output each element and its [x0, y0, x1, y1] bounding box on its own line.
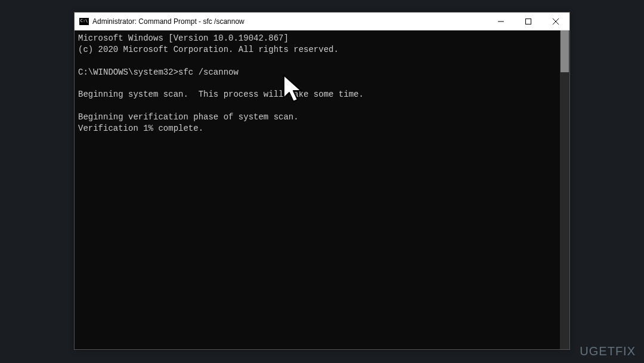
- minimize-icon: [498, 19, 504, 24]
- cmd-icon-text: C:\: [80, 19, 88, 23]
- maximize-button[interactable]: [515, 13, 542, 30]
- scrollbar-thumb[interactable]: [561, 30, 569, 72]
- maximize-icon: [525, 19, 531, 24]
- command-prompt-window: C:\ Administrator: Command Prompt - sfc …: [74, 12, 570, 350]
- titlebar[interactable]: C:\ Administrator: Command Prompt - sfc …: [75, 13, 569, 30]
- close-icon: [553, 19, 559, 24]
- cmd-icon: C:\: [79, 18, 89, 25]
- console-output[interactable]: Microsoft Windows [Version 10.0.19042.86…: [75, 30, 560, 349]
- watermark-text: UGETFIX: [580, 344, 636, 358]
- minimize-button[interactable]: [487, 13, 515, 30]
- watermark: UGETFIX: [580, 344, 636, 358]
- scrollbar[interactable]: [560, 30, 569, 349]
- window-title: Administrator: Command Prompt - sfc /sca…: [92, 17, 487, 26]
- window-controls: [487, 13, 569, 30]
- svg-rect-1: [526, 19, 531, 24]
- console-area: Microsoft Windows [Version 10.0.19042.86…: [75, 30, 569, 349]
- close-button[interactable]: [542, 13, 569, 30]
